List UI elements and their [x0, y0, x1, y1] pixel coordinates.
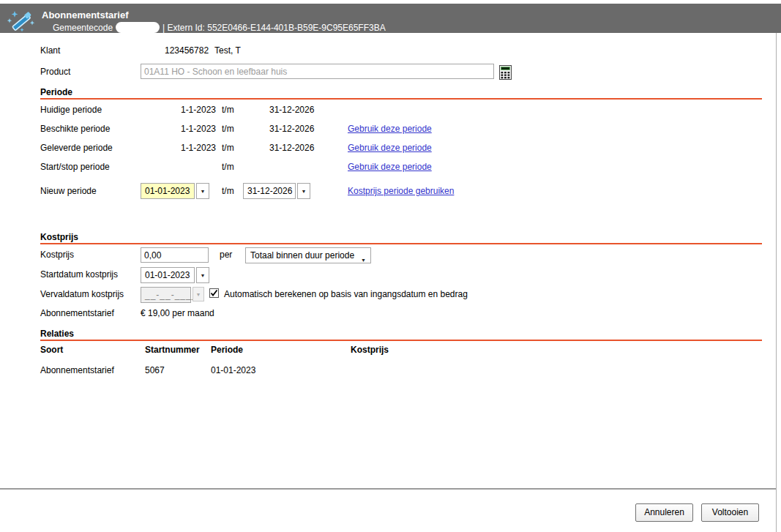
extern-id-text: | Extern Id: 552E0466-E144-401B-B59E-9C9… [162, 23, 386, 33]
kostprijs-label: Kostprijs [40, 250, 74, 260]
tm-label: t/m [222, 186, 234, 196]
section-heading-relaties: Relaties [40, 329, 74, 339]
nieuw-periode-end-picker[interactable]: 31-12-2026 [243, 183, 296, 199]
kostprijs-periode-gebruiken-link[interactable]: Kostprijs periode gebruiken [348, 186, 454, 196]
tm-label: t/m [222, 124, 234, 134]
gebruik-deze-periode-link[interactable]: Gebruik deze periode [348, 143, 432, 153]
calculator-icon[interactable] [499, 65, 512, 80]
checkmark-icon [210, 289, 218, 297]
chevron-down-icon[interactable]: ▼ [196, 183, 209, 199]
header-subtitle: Gemeentecode | Extern Id: 552E0466-E144-… [53, 22, 386, 33]
tm-label: t/m [222, 162, 234, 172]
periode-start-date: 1-1-2023 [154, 143, 216, 153]
cell-periode: 01-01-2023 [211, 365, 255, 375]
app-header: Abonnementstarief Gemeentecode | Extern … [0, 4, 781, 33]
section-heading-periode: Periode [40, 87, 72, 97]
abonnementstarief-label: Abonnementstarief [40, 308, 114, 318]
magic-wand-icon [7, 10, 35, 34]
gemeentecode-label: Gemeentecode [53, 23, 113, 33]
periode-row-label: Geleverde periode [40, 143, 113, 153]
tm-label: t/m [222, 105, 234, 115]
periode-start-date: 1-1-2023 [154, 105, 216, 115]
cell-startnummer: 5067 [145, 365, 165, 375]
per-label: per [220, 250, 232, 260]
column-header-startnummer: Startnummer [145, 345, 200, 355]
nieuw-periode-label: Nieuw periode [40, 186, 97, 196]
periode-row-label: Huidige periode [40, 105, 102, 115]
chevron-down-icon: ▼ [361, 253, 366, 268]
section-rule-periode [40, 98, 762, 100]
auto-berekenen-label: Automatisch berekenen op basis van ingan… [224, 289, 468, 299]
periode-start-date: 1-1-2023 [154, 124, 216, 134]
section-heading-kostprijs: Kostprijs [40, 232, 78, 242]
periode-end-date: 31-12-2026 [269, 105, 314, 115]
vervaldatum-kostprijs-field: __-__-____ [141, 287, 191, 303]
chevron-down-icon[interactable]: ▼ [297, 183, 310, 199]
startdatum-kostprijs-picker[interactable]: 01-01-2023 [141, 267, 195, 283]
footer-separator [0, 488, 776, 490]
gebruik-deze-periode-link[interactable]: Gebruik deze periode [348, 162, 432, 172]
klant-label: Klant [40, 45, 60, 56]
periode-end-date: 31-12-2026 [269, 143, 314, 153]
gebruik-deze-periode-link[interactable]: Gebruik deze periode [348, 124, 432, 134]
product-input[interactable] [141, 64, 494, 79]
column-header-soort: Soort [40, 345, 63, 355]
content-right-border [776, 33, 777, 532]
auto-berekenen-checkbox[interactable] [209, 288, 219, 298]
annuleren-button[interactable]: Annuleren [635, 503, 693, 522]
voltooien-button[interactable]: Voltooien [701, 503, 759, 522]
abonnementstarief-value: € 19,00 per maand [141, 308, 214, 318]
column-header-kostprijs: Kostprijs [351, 345, 389, 355]
unit-select[interactable]: Totaal binnen duur periode ▼ [245, 247, 371, 263]
tm-label: t/m [222, 143, 234, 153]
abonnementstarief-dialog: { "header": { "title": "Abonnementstarie… [0, 0, 781, 532]
klant-name: Test, T [214, 45, 241, 56]
klant-number: 123456782 [165, 45, 209, 56]
redaction-blob [116, 22, 160, 33]
periode-end-date: 31-12-2026 [269, 124, 314, 134]
cell-soort: Abonnementstarief [40, 365, 114, 375]
section-rule-relaties [40, 340, 762, 341]
periode-row-label: Start/stop periode [40, 162, 110, 172]
startdatum-kostprijs-label: Startdatum kostprijs [40, 269, 118, 280]
page-title: Abonnementstarief [42, 10, 128, 20]
kostprijs-input[interactable] [141, 247, 209, 263]
column-header-periode: Periode [211, 345, 243, 355]
unit-select-value: Totaal binnen duur periode [250, 250, 354, 261]
periode-row-label: Beschikte periode [40, 124, 110, 134]
section-rule-kostprijs [40, 243, 762, 244]
chevron-down-icon: ▼ [193, 287, 204, 301]
product-label: Product [40, 67, 70, 77]
chevron-down-icon[interactable]: ▼ [196, 267, 209, 283]
vervaldatum-kostprijs-label: Vervaldatum kostprijs [40, 289, 124, 299]
nieuw-periode-start-picker[interactable]: 01-01-2023 [141, 183, 195, 199]
